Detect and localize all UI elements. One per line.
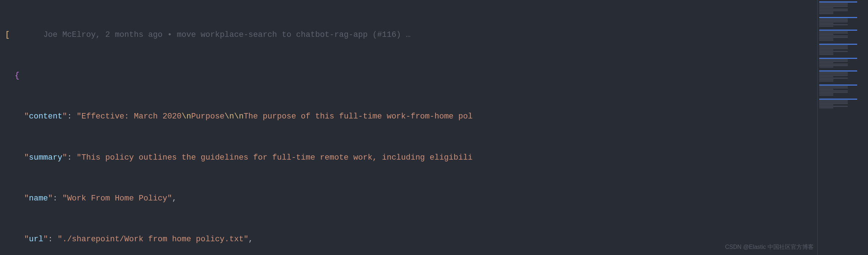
line-object-open: { <box>5 69 817 83</box>
watermark: CSDN @Elastic 中国社区官方博客 <box>725 242 814 252</box>
minimap[interactable] <box>817 0 868 255</box>
editor-container: [ Joe McElroy, 2 months ago • move workp… <box>0 0 868 255</box>
line-summary: "summary": "This policy outlines the gui… <box>5 151 817 165</box>
line-name: "name": "Work From Home Policy", <box>5 192 817 206</box>
line-array-open: [ Joe McElroy, 2 months ago • move workp… <box>5 28 817 42</box>
code-area[interactable]: [ Joe McElroy, 2 months ago • move workp… <box>0 0 817 255</box>
line-content: "content": "Effective: March 2020\nPurpo… <box>5 110 817 124</box>
git-blame-annotation: Joe McElroy, 2 months ago • move workpla… <box>10 30 411 39</box>
line-url: "url": "./sharepoint/Work from home poli… <box>5 233 817 246</box>
